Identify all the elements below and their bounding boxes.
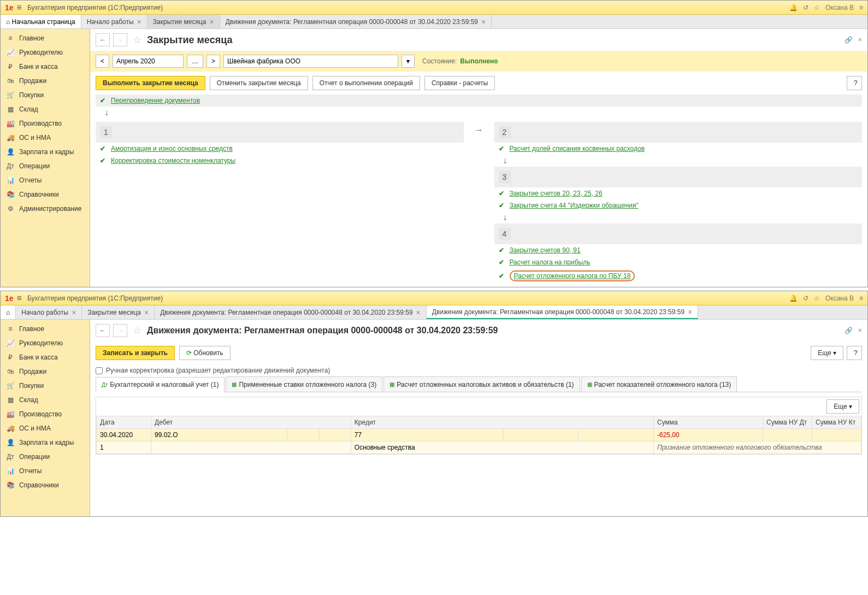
history-icon[interactable]: ↺ — [803, 4, 808, 11]
cancel-close-button[interactable]: Отменить закрытие месяца — [210, 76, 308, 90]
op-close-20[interactable]: Закрытие счетов 20, 23, 25, 26 — [510, 190, 603, 197]
side-sales[interactable]: 🛍Продажи — [1, 364, 90, 379]
op-close-90[interactable]: Закрытие счетов 90, 91 — [510, 246, 581, 254]
tab-movements[interactable]: Движения документа: Регламентная операци… — [220, 15, 492, 28]
side-assets[interactable]: 🚚ОС и НМА — [1, 421, 90, 435]
star-icon[interactable]: ☆ — [814, 4, 820, 11]
side-main[interactable]: ≡Главное — [1, 322, 90, 336]
op-indirect-costs[interactable]: Расчет долей списания косвенных расходов — [510, 145, 645, 152]
menu-icon[interactable]: ≡ — [17, 3, 22, 13]
run-close-button[interactable]: Выполнить закрытие месяца — [96, 76, 205, 90]
op-deferred-tax[interactable]: Расчет отложенного налога по ПБУ 18 — [514, 272, 631, 280]
grid-more-button[interactable]: Еще ▾ — [826, 399, 859, 414]
period-picker-button[interactable]: … — [187, 55, 203, 68]
refresh-button[interactable]: ⟳ Обновить — [179, 346, 231, 360]
close-page-icon[interactable]: × — [858, 327, 862, 334]
tab-close-month[interactable]: Закрытие месяца× — [82, 305, 155, 319]
link-icon[interactable]: 🔗 — [845, 327, 853, 334]
tab-start[interactable]: Начало работы× — [16, 305, 82, 319]
more-button[interactable]: Еще ▾ — [811, 346, 843, 360]
table-row[interactable]: 30.04.2020 99.02.О 77 -625,00 — [97, 429, 861, 441]
side-bank[interactable]: ₽Банк и касса — [1, 60, 90, 74]
report-button[interactable]: Отчет о выполнении операций — [312, 76, 420, 90]
close-page-icon[interactable]: × — [858, 36, 862, 44]
side-refs[interactable]: 📚Справочники — [1, 478, 90, 492]
side-reports[interactable]: 📊Отчеты — [1, 464, 90, 478]
side-operations[interactable]: ДтОперации — [1, 450, 90, 464]
itab-indicators[interactable]: ▦Расчет показателей отложенного налога (… — [581, 376, 737, 392]
org-dropdown-button[interactable]: ▾ — [401, 55, 415, 68]
menu-icon[interactable]: ≡ — [17, 293, 22, 303]
forward-button[interactable]: → — [113, 324, 127, 337]
side-warehouse[interactable]: ▦Склад — [1, 102, 90, 116]
prev-period-button[interactable]: < — [96, 55, 109, 68]
bell-icon[interactable]: 🔔 — [789, 4, 798, 11]
close-icon[interactable]: × — [416, 308, 421, 317]
tab-close-month[interactable]: Закрытие месяца× — [147, 15, 220, 28]
tab-start[interactable]: Начало работы× — [81, 15, 147, 28]
side-main[interactable]: ≡Главное — [1, 31, 90, 45]
op-reconduct[interactable]: Перепроведение документов — [111, 97, 200, 104]
op-close-44[interactable]: Закрытие счета 44 "Издержки обращения" — [510, 202, 639, 209]
organization-field[interactable]: Швейная фабрика ООО — [223, 55, 398, 68]
help-button[interactable]: ? — [847, 76, 862, 90]
side-manager[interactable]: 📈Руководителю — [1, 45, 90, 60]
itab-rates[interactable]: ▦Примененные ставки отложенного налога (… — [226, 376, 382, 392]
side-production[interactable]: 🏭Производство — [1, 407, 90, 421]
side-admin[interactable]: ⚙Администрирование — [1, 202, 90, 216]
close-icon[interactable]: × — [688, 308, 692, 316]
op-cost-correction[interactable]: Корректировка стоимости номенклатуры — [111, 157, 235, 164]
back-button[interactable]: ← — [96, 33, 110, 46]
side-sales[interactable]: 🛍Продажи — [1, 74, 90, 88]
cell-desc1: Основные средства — [351, 441, 653, 454]
op-profit-tax[interactable]: Расчет налога на прибыль — [510, 258, 591, 266]
side-production[interactable]: 🏭Производство — [1, 116, 90, 131]
side-warehouse[interactable]: ▦Склад — [1, 393, 90, 407]
history-icon[interactable]: ↺ — [803, 294, 808, 302]
op-amortization[interactable]: Амортизация и износ основных средств — [111, 145, 233, 152]
close-icon[interactable]: × — [137, 17, 141, 26]
itab-assets[interactable]: ▦Расчет отложенных налоговых активов и о… — [383, 376, 580, 392]
side-salary[interactable]: 👤Зарплата и кадры — [1, 145, 90, 159]
postings-table[interactable]: Дата Дебет Кредит Сумма Сумма НУ Дт Сумм… — [96, 416, 861, 454]
side-bank[interactable]: ₽Банк и касса — [1, 350, 90, 364]
side-assets[interactable]: 🚚ОС и НМА — [1, 131, 90, 145]
side-operations[interactable]: ДтОперации — [1, 159, 90, 173]
side-purchases[interactable]: 🛒Покупки — [1, 379, 90, 393]
itab-accounting[interactable]: ДтБухгалтерский и налоговый учет (1) — [96, 377, 225, 392]
tab-movements-2[interactable]: Движения документа: Регламентная операци… — [427, 305, 699, 319]
save-close-button[interactable]: Записать и закрыть — [96, 346, 175, 360]
close-icon[interactable]: × — [209, 17, 214, 26]
forward-button[interactable]: → — [113, 33, 127, 46]
bell-icon[interactable]: 🔔 — [789, 294, 798, 302]
user-label[interactable]: Оксана В — [825, 294, 854, 302]
table-row[interactable]: 1 Основные средства Признание отложенног… — [97, 441, 861, 454]
period-field[interactable]: Апрель 2020 — [113, 55, 184, 68]
side-salary[interactable]: 👤Зарплата и кадры — [1, 435, 90, 450]
side-purchases[interactable]: 🛒Покупки — [1, 88, 90, 102]
help-button[interactable]: ? — [847, 346, 862, 360]
arrow-down-icon: ↓ — [96, 107, 862, 119]
star-icon[interactable]: ☆ — [814, 294, 820, 302]
close-icon[interactable]: × — [72, 308, 76, 317]
user-label[interactable]: Оксана В — [825, 4, 854, 11]
side-reports[interactable]: 📊Отчеты — [1, 173, 90, 187]
link-icon[interactable]: 🔗 — [845, 36, 853, 44]
home-tab[interactable]: ⌂ — [1, 305, 16, 319]
next-period-button[interactable]: > — [206, 55, 220, 68]
options-icon[interactable]: ≡ — [859, 294, 863, 302]
window-bottom: 1e ≡ Бухгалтерия предприятия (1С:Предпри… — [0, 291, 868, 517]
favorite-icon[interactable]: ☆ — [133, 34, 141, 46]
back-button[interactable]: ← — [96, 324, 110, 337]
references-button[interactable]: Справки - расчеты — [424, 76, 495, 90]
step-3: 3 — [499, 171, 511, 183]
favorite-icon[interactable]: ☆ — [133, 325, 141, 337]
close-icon[interactable]: × — [481, 17, 486, 26]
side-refs[interactable]: 📚Справочники — [1, 187, 90, 202]
close-icon[interactable]: × — [144, 308, 149, 317]
home-tab[interactable]: ⌂ Начальная страница — [1, 15, 81, 28]
side-manager[interactable]: 📈Руководителю — [1, 336, 90, 350]
options-icon[interactable]: ≡ — [859, 4, 863, 11]
manual-edit-checkbox[interactable] — [96, 367, 103, 374]
tab-movements-1[interactable]: Движения документа: Регламентная операци… — [155, 305, 427, 319]
